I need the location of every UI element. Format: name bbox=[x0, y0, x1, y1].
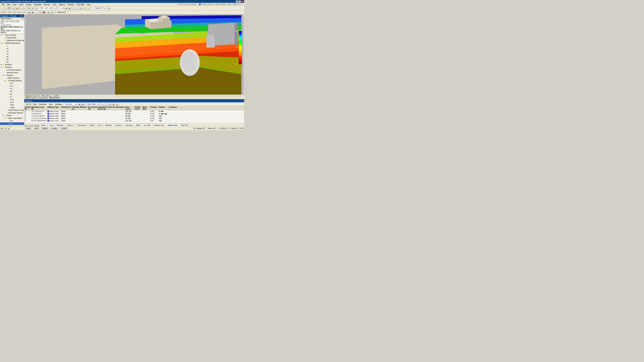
tab-surface-sets[interactable]: Surface Sets bbox=[166, 124, 179, 127]
display-btn3[interactable]: ⬜ bbox=[34, 11, 38, 14]
selection-menu[interactable]: Selection bbox=[38, 103, 47, 105]
view1-btn[interactable]: ⊞ bbox=[28, 6, 31, 10]
load-prev[interactable]: ◀ bbox=[64, 6, 68, 10]
wire-btn[interactable]: ⬛ bbox=[42, 11, 46, 14]
tree-strains[interactable]: ▼ 📁 Strains bbox=[0, 114, 24, 117]
rotate-btn[interactable]: ↻ bbox=[84, 6, 87, 10]
tree-sigma1minus[interactable]: ○ σ1,- bbox=[0, 87, 24, 90]
tree-elastic-stress[interactable]: ○ Elastic Stress Components bbox=[0, 109, 24, 112]
tree-differences[interactable]: ○ Differences to initial state bbox=[0, 39, 24, 42]
settings-menu[interactable]: Settings bbox=[54, 103, 63, 105]
load-next[interactable]: ▶ bbox=[68, 6, 71, 10]
table-row[interactable]: 7 273,274,388,403-397,470-459,275 Withou… bbox=[24, 120, 244, 122]
menu-results[interactable]: Results bbox=[43, 3, 51, 6]
tab-prev-btn[interactable]: ◀ bbox=[25, 124, 27, 127]
zoom-all[interactable]: ⊕ bbox=[79, 6, 82, 10]
filter-btn[interactable]: 🔍 bbox=[101, 103, 104, 106]
load-combo[interactable]: CO2 · LC1 + LC2 + LC3 + LC4 bbox=[39, 7, 64, 10]
tree-uy[interactable]: ○ uy bbox=[0, 50, 24, 53]
menu-file[interactable]: File bbox=[1, 3, 6, 6]
tree-stresses[interactable]: ▼ 📁 Stresses bbox=[0, 74, 24, 77]
tree-eps-x-plus[interactable]: ○ εx,+ bbox=[0, 120, 24, 122]
nav-sound-btn[interactable]: 🔊 bbox=[7, 127, 10, 130]
tree-sigma2plus[interactable]: ○ σ2,+ bbox=[0, 82, 24, 85]
nav-pin-btn[interactable]: 📌 bbox=[20, 15, 22, 17]
zoom-out[interactable]: 🔍 bbox=[76, 6, 79, 10]
bgrid-btn-status[interactable]: BGRID bbox=[41, 127, 49, 130]
view2-btn[interactable]: ⊡ bbox=[31, 6, 34, 10]
tab-nodes2[interactable]: Nodes bbox=[88, 124, 96, 127]
tree-surfaces[interactable]: ▼ 📁 Surfaces bbox=[0, 66, 24, 69]
table-row[interactable]: 3 19-26,36-45,27 Without Thick... Plane … bbox=[24, 113, 244, 115]
bottom-panel-close[interactable]: × bbox=[242, 100, 244, 102]
tree-taumax[interactable]: ○ τmax bbox=[0, 104, 24, 106]
view-combo[interactable]: 1 · Global XYZ bbox=[92, 7, 106, 10]
tab-members[interactable]: Members bbox=[55, 124, 65, 127]
menu-assign[interactable]: Assign bbox=[25, 3, 32, 6]
tree-uz[interactable]: ○ uz bbox=[0, 53, 24, 55]
tree-type-of-results[interactable]: ▼ 📁 Type of results bbox=[0, 34, 24, 36]
open-btn[interactable]: 📂 bbox=[4, 6, 7, 10]
tree-eps-y-plus[interactable]: ● εy,+ bbox=[0, 122, 24, 125]
tree-phiy[interactable]: ○ φy bbox=[0, 58, 24, 61]
basic-objects-combo[interactable]: Basic Objects bbox=[86, 103, 100, 106]
menu-options[interactable]: Options bbox=[58, 3, 66, 6]
menu-edit[interactable]: Edit bbox=[6, 3, 11, 6]
tree-local-deformations[interactable]: ○ Local Deformations bbox=[0, 69, 24, 71]
tree-equivalent-stresses[interactable]: ○ Equivalent Stresses bbox=[0, 112, 24, 114]
tab-solids[interactable]: Solids bbox=[134, 124, 142, 127]
tree-phix[interactable]: ○ φx bbox=[0, 55, 24, 58]
tree-taumean[interactable]: ○ τmean bbox=[0, 106, 24, 109]
goto-menu[interactable]: Go To bbox=[25, 103, 32, 105]
menu-calculate[interactable]: Calculate bbox=[33, 3, 42, 6]
tree-sigma2minus[interactable]: ○ σ2,- bbox=[0, 90, 24, 93]
tree-sigma1m[interactable]: ○ σ1,m bbox=[0, 98, 24, 101]
col-btn[interactable]: ⊞ bbox=[108, 103, 112, 106]
edit-menu[interactable]: Edit bbox=[32, 103, 38, 105]
tree-sigma1plus[interactable]: ○ σ1,+ bbox=[0, 85, 24, 87]
tree-sigma2m[interactable]: ○ σ2,m bbox=[0, 101, 24, 104]
maximize-button[interactable]: □ bbox=[238, 0, 241, 2]
tree-phiz[interactable]: ○ φz bbox=[0, 61, 24, 63]
zoom-in[interactable]: 🔍 bbox=[72, 6, 76, 10]
tab-lines2[interactable]: Lines bbox=[96, 124, 103, 127]
tree-principal-stresses[interactable]: ▼ 📁 Principal Stresses bbox=[0, 79, 24, 82]
settings-btn[interactable]: ⚙ bbox=[108, 6, 111, 10]
tree-final-results[interactable]: ● Final Results bbox=[0, 36, 24, 39]
view3-btn[interactable]: ⊟ bbox=[34, 6, 38, 10]
struct-prev[interactable]: ◀ bbox=[78, 103, 81, 106]
print-table-btn[interactable]: 🖨 bbox=[116, 103, 119, 106]
viewport[interactable]: 0.06 0.00 -0.10 Surfaces | max σy,+ : 0.… bbox=[24, 14, 244, 99]
save-btn[interactable]: 💾 bbox=[8, 6, 11, 10]
tree-basic-total-strains[interactable]: ▼ 📁 Basic Total Strains bbox=[0, 117, 24, 120]
tree-psiplus[interactable]: ○ ψ+ bbox=[0, 93, 24, 95]
tree-ux[interactable]: ○ ux bbox=[0, 47, 24, 50]
tree-eps-x-minus[interactable]: ○ εx,- bbox=[0, 125, 24, 126]
display-btn1[interactable]: ◉ bbox=[27, 11, 31, 14]
snap-btn[interactable]: ✚ bbox=[46, 11, 50, 14]
osnap-btn-status[interactable]: OSNAP bbox=[60, 127, 68, 130]
print-btn[interactable]: 🖨 bbox=[12, 6, 15, 10]
grid-btn-status[interactable]: GRID bbox=[33, 127, 40, 130]
tree-psiminus[interactable]: ○ ψ- bbox=[0, 95, 24, 98]
window-controls[interactable]: _ □ × bbox=[236, 0, 244, 2]
sort-btn[interactable]: ↕ bbox=[105, 103, 108, 106]
view-menu[interactable]: View bbox=[48, 103, 54, 105]
tab-openings[interactable]: Openings bbox=[124, 124, 134, 127]
tab-surfaces[interactable]: Surfaces bbox=[114, 124, 124, 127]
tab-thicknesses[interactable]: Thicknesses bbox=[75, 124, 88, 127]
tab-members2[interactable]: Members bbox=[104, 124, 114, 127]
export-table-btn[interactable]: 📤 bbox=[112, 103, 116, 106]
minimize-button[interactable]: _ bbox=[236, 0, 238, 2]
menu-insert[interactable]: Insert bbox=[18, 3, 24, 6]
tree-global-deformations[interactable]: ▼ 📁 Global Deformations bbox=[0, 42, 24, 44]
redo-btn[interactable]: ↪ bbox=[23, 6, 26, 10]
search-box[interactable]: 🔍 Type a keyword (Alt+Q) bbox=[175, 3, 198, 5]
display-btn2[interactable]: ▣ bbox=[31, 11, 34, 14]
tab-member-sets[interactable]: Member Sets bbox=[152, 124, 166, 127]
tree-members[interactable]: ▶ 📁 Members bbox=[0, 63, 24, 66]
undo-btn[interactable]: ↩ bbox=[20, 6, 23, 10]
close-button[interactable]: × bbox=[241, 0, 244, 2]
pan-btn[interactable]: ✋ bbox=[87, 6, 90, 10]
struct-next[interactable]: ▶ bbox=[82, 103, 85, 106]
